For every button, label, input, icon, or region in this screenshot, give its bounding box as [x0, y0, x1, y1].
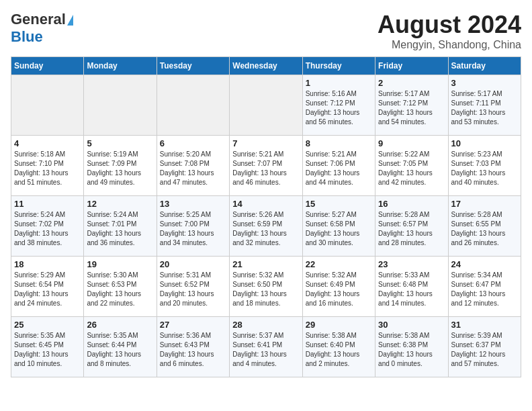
day-number: 26	[87, 320, 153, 330]
day-content: Sunrise: 5:24 AM Sunset: 7:01 PM Dayligh…	[87, 210, 153, 248]
day-content: Sunrise: 5:22 AM Sunset: 7:05 PM Dayligh…	[378, 150, 445, 187]
calendar-cell: 2Sunrise: 5:17 AM Sunset: 7:12 PM Daylig…	[375, 75, 448, 136]
calendar-cell: 8Sunrise: 5:21 AM Sunset: 7:06 PM Daylig…	[302, 136, 375, 196]
day-content: Sunrise: 5:17 AM Sunset: 7:11 PM Dayligh…	[451, 89, 518, 127]
day-number: 27	[160, 320, 226, 330]
day-content: Sunrise: 5:21 AM Sunset: 7:06 PM Dayligh…	[306, 150, 372, 187]
day-content: Sunrise: 5:16 AM Sunset: 7:12 PM Dayligh…	[306, 89, 372, 127]
header-day: Saturday	[448, 57, 521, 75]
day-number: 12	[87, 199, 153, 209]
day-content: Sunrise: 5:18 AM Sunset: 7:10 PM Dayligh…	[14, 150, 81, 187]
day-number: 3	[451, 78, 518, 88]
calendar-cell: 3Sunrise: 5:17 AM Sunset: 7:11 PM Daylig…	[448, 75, 521, 136]
day-content: Sunrise: 5:32 AM Sunset: 6:49 PM Dayligh…	[306, 271, 372, 308]
day-number: 17	[451, 199, 518, 209]
day-content: Sunrise: 5:31 AM Sunset: 6:52 PM Dayligh…	[160, 271, 226, 308]
calendar-subtitle: Mengyin, Shandong, China	[378, 39, 521, 51]
calendar-cell: 15Sunrise: 5:27 AM Sunset: 6:58 PM Dayli…	[302, 196, 375, 257]
calendar-cell: 20Sunrise: 5:31 AM Sunset: 6:52 PM Dayli…	[157, 257, 229, 317]
day-number: 19	[87, 259, 153, 269]
calendar-cell: 22Sunrise: 5:32 AM Sunset: 6:49 PM Dayli…	[302, 257, 375, 317]
day-number: 11	[14, 199, 81, 209]
header-day: Monday	[84, 57, 157, 75]
calendar-cell: 10Sunrise: 5:23 AM Sunset: 7:03 PM Dayli…	[448, 136, 521, 196]
day-number: 8	[306, 138, 372, 148]
calendar-cell: 6Sunrise: 5:20 AM Sunset: 7:08 PM Daylig…	[157, 136, 229, 196]
day-number: 28	[232, 320, 299, 330]
day-content: Sunrise: 5:34 AM Sunset: 6:47 PM Dayligh…	[451, 271, 518, 308]
calendar-table: SundayMondayTuesdayWednesdayThursdayFrid…	[11, 56, 521, 377]
calendar-cell: 18Sunrise: 5:29 AM Sunset: 6:54 PM Dayli…	[11, 257, 84, 317]
calendar-week-row: 18Sunrise: 5:29 AM Sunset: 6:54 PM Dayli…	[11, 257, 521, 317]
day-number: 30	[378, 320, 445, 330]
calendar-cell: 31Sunrise: 5:39 AM Sunset: 6:37 PM Dayli…	[448, 317, 521, 377]
title-block: August 2024 Mengyin, Shandong, China	[378, 11, 521, 51]
calendar-cell: 11Sunrise: 5:24 AM Sunset: 7:02 PM Dayli…	[11, 196, 84, 257]
day-content: Sunrise: 5:35 AM Sunset: 6:44 PM Dayligh…	[87, 331, 153, 369]
calendar-cell: 9Sunrise: 5:22 AM Sunset: 7:05 PM Daylig…	[375, 136, 448, 196]
day-content: Sunrise: 5:19 AM Sunset: 7:09 PM Dayligh…	[87, 150, 153, 187]
day-number: 14	[232, 199, 299, 209]
day-number: 31	[451, 320, 518, 330]
day-number: 23	[378, 259, 445, 269]
header-day: Tuesday	[157, 57, 229, 75]
day-number: 29	[306, 320, 372, 330]
day-number: 2	[378, 78, 445, 88]
page-header: General Blue August 2024 Mengyin, Shando…	[11, 11, 521, 51]
day-number: 20	[160, 259, 226, 269]
day-number: 15	[306, 199, 372, 209]
calendar-title: August 2024	[378, 11, 521, 39]
calendar-cell: 4Sunrise: 5:18 AM Sunset: 7:10 PM Daylig…	[11, 136, 84, 196]
calendar-cell: 1Sunrise: 5:16 AM Sunset: 7:12 PM Daylig…	[302, 75, 375, 136]
calendar-cell	[84, 75, 157, 136]
day-content: Sunrise: 5:28 AM Sunset: 6:57 PM Dayligh…	[378, 210, 445, 248]
calendar-cell	[230, 75, 302, 136]
calendar-cell: 25Sunrise: 5:35 AM Sunset: 6:45 PM Dayli…	[11, 317, 84, 377]
calendar-cell: 28Sunrise: 5:37 AM Sunset: 6:41 PM Dayli…	[230, 317, 302, 377]
calendar-cell: 13Sunrise: 5:25 AM Sunset: 7:00 PM Dayli…	[157, 196, 229, 257]
calendar-week-row: 4Sunrise: 5:18 AM Sunset: 7:10 PM Daylig…	[11, 136, 521, 196]
day-number: 25	[14, 320, 81, 330]
day-content: Sunrise: 5:38 AM Sunset: 6:38 PM Dayligh…	[378, 331, 445, 369]
calendar-cell: 16Sunrise: 5:28 AM Sunset: 6:57 PM Dayli…	[375, 196, 448, 257]
day-content: Sunrise: 5:27 AM Sunset: 6:58 PM Dayligh…	[306, 210, 372, 248]
day-content: Sunrise: 5:20 AM Sunset: 7:08 PM Dayligh…	[160, 150, 226, 187]
header-day: Wednesday	[230, 57, 302, 75]
calendar-cell	[11, 75, 84, 136]
calendar-cell: 29Sunrise: 5:38 AM Sunset: 6:40 PM Dayli…	[302, 317, 375, 377]
calendar-cell: 30Sunrise: 5:38 AM Sunset: 6:38 PM Dayli…	[375, 317, 448, 377]
calendar-week-row: 11Sunrise: 5:24 AM Sunset: 7:02 PM Dayli…	[11, 196, 521, 257]
day-content: Sunrise: 5:23 AM Sunset: 7:03 PM Dayligh…	[451, 150, 518, 187]
day-number: 24	[451, 259, 518, 269]
day-content: Sunrise: 5:39 AM Sunset: 6:37 PM Dayligh…	[451, 331, 518, 369]
day-number: 6	[160, 138, 226, 148]
day-number: 9	[378, 138, 445, 148]
calendar-cell: 26Sunrise: 5:35 AM Sunset: 6:44 PM Dayli…	[84, 317, 157, 377]
day-content: Sunrise: 5:36 AM Sunset: 6:43 PM Dayligh…	[160, 331, 226, 369]
header-row: SundayMondayTuesdayWednesdayThursdayFrid…	[11, 57, 521, 75]
day-number: 13	[160, 199, 226, 209]
day-content: Sunrise: 5:37 AM Sunset: 6:41 PM Dayligh…	[232, 331, 299, 369]
day-number: 21	[232, 259, 299, 269]
calendar-cell: 24Sunrise: 5:34 AM Sunset: 6:47 PM Dayli…	[448, 257, 521, 317]
header-day: Sunday	[11, 57, 84, 75]
day-content: Sunrise: 5:29 AM Sunset: 6:54 PM Dayligh…	[14, 271, 81, 308]
calendar-week-row: 1Sunrise: 5:16 AM Sunset: 7:12 PM Daylig…	[11, 75, 521, 136]
day-content: Sunrise: 5:17 AM Sunset: 7:12 PM Dayligh…	[378, 89, 445, 127]
day-number: 1	[306, 78, 372, 88]
day-content: Sunrise: 5:32 AM Sunset: 6:50 PM Dayligh…	[232, 271, 299, 308]
day-content: Sunrise: 5:26 AM Sunset: 6:59 PM Dayligh…	[232, 210, 299, 248]
logo: General Blue	[11, 11, 74, 46]
calendar-week-row: 25Sunrise: 5:35 AM Sunset: 6:45 PM Dayli…	[11, 317, 521, 377]
day-number: 10	[451, 138, 518, 148]
day-content: Sunrise: 5:24 AM Sunset: 7:02 PM Dayligh…	[14, 210, 81, 248]
calendar-cell: 7Sunrise: 5:21 AM Sunset: 7:07 PM Daylig…	[230, 136, 302, 196]
calendar-cell: 12Sunrise: 5:24 AM Sunset: 7:01 PM Dayli…	[84, 196, 157, 257]
day-number: 22	[306, 259, 372, 269]
day-number: 18	[14, 259, 81, 269]
day-number: 16	[378, 199, 445, 209]
day-content: Sunrise: 5:38 AM Sunset: 6:40 PM Dayligh…	[306, 331, 372, 369]
day-content: Sunrise: 5:21 AM Sunset: 7:07 PM Dayligh…	[232, 150, 299, 187]
day-content: Sunrise: 5:25 AM Sunset: 7:00 PM Dayligh…	[160, 210, 226, 248]
logo-blue-text: Blue	[11, 28, 43, 45]
